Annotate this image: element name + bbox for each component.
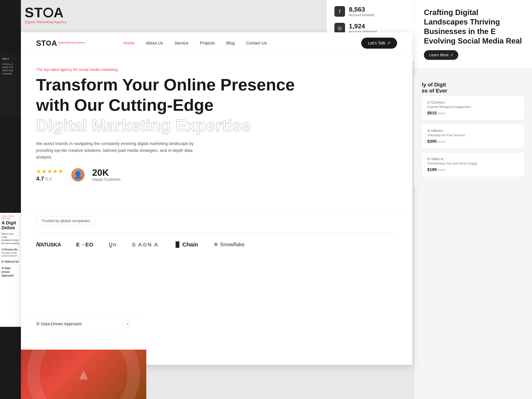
rating-block: ★★★★★ 4.7 /5.0 xyxy=(36,168,64,182)
brand-chain-label: Chain xyxy=(182,241,198,248)
nav-link-contact[interactable]: Contact Us xyxy=(246,41,267,45)
hero-stats-row: ★★★★★ 4.7 /5.0 👤 20K Happy Customer xyxy=(36,168,397,182)
stat-row-facebook: f 8,563 Account boosted xyxy=(334,6,407,17)
service-item-video: 6/ Video m Transforming Your that Drives… xyxy=(422,152,524,177)
stat-label-facebook: Account boosted xyxy=(349,13,374,17)
service-community-price: $515 /mont xyxy=(427,111,519,115)
snowflake-label: Snowflake xyxy=(220,241,245,247)
service-influencer-price: $305 /mont xyxy=(427,139,519,144)
service-influencer-desc: Unlocking the Pow Success. xyxy=(427,133,519,137)
service-item-community: 2/ Commun Expertly Managing Engagement. … xyxy=(422,96,524,120)
nav-link-projects[interactable]: Projects xyxy=(200,41,215,45)
left-heading-line1: A Digit xyxy=(1,220,19,225)
brand-natuska: NATUSKA xyxy=(36,241,61,248)
nav-link-about[interactable]: About Us xyxy=(146,41,163,45)
blog-card-title: Crafting Digital Landscapes Thriving Bus… xyxy=(424,8,522,46)
main-website-mockup: STA Digital Marketing Agency Home About … xyxy=(21,32,412,365)
navbar-logo[interactable]: STA Digital Marketing Agency xyxy=(36,39,85,48)
service-community-number: 2/ Commun xyxy=(427,101,519,104)
trusted-divider xyxy=(36,233,397,233)
service-community-desc: Expertly Managing Engagement. xyxy=(427,105,519,109)
brand-logos-row: NATUSKA E→EO U̥n S A⊙N A ▐▌ Chain ✳ Snow… xyxy=(36,241,397,248)
navbar: STA Digital Marketing Agency Home About … xyxy=(21,32,412,54)
learn-more-button[interactable]: Learn More ↗ xyxy=(424,50,458,60)
instagram-icon: ◎ xyxy=(334,23,345,33)
brand-un: U̥n xyxy=(109,241,117,248)
navbar-logo-subtitle: Digital Marketing Agency xyxy=(58,41,85,44)
hero-headline-1: Transform Your Online Presence xyxy=(36,76,397,94)
top-blog-card: Crafting Digital Landscapes Thriving Bus… xyxy=(414,0,532,67)
logo-o-icon xyxy=(43,8,53,18)
top-logo-area: STA Digital Marketing Agency xyxy=(25,6,78,24)
nav-links-list: Home About Us Service Projects Blog Cont… xyxy=(123,41,361,46)
service-video-desc: Transforming Your that Drives Engag xyxy=(427,162,519,165)
service-influencer-number: 4/ Influenc xyxy=(427,129,519,133)
section-item-label-data-driven: 3/ Data-Driven Approach xyxy=(36,322,82,326)
hero-headline-2: with Our Cutting-Edge xyxy=(36,96,397,114)
service-video-price: $199 /mont xyxy=(427,167,519,172)
nav-link-blog[interactable]: Blog xyxy=(226,41,235,45)
left-side-panel-top: Our v At Stoa, w power of d about emp co… xyxy=(0,53,21,118)
left-item-data: 3/ Data-Driven Approach xyxy=(1,266,19,278)
stat-row-instagram: ◎ 1,924 Account optimized xyxy=(334,22,407,34)
learn-more-arrow-icon: ↗ xyxy=(450,53,453,57)
bottom-image-strip: ▲ xyxy=(21,350,146,399)
stat-number-facebook: 8,563 xyxy=(349,6,374,13)
service-video-number: 6/ Video m xyxy=(427,157,519,161)
learn-more-label: Learn More xyxy=(429,53,449,57)
left-item-tailored: 2/ Tailored So xyxy=(1,260,19,264)
customer-count-block: 20K Happy Customer xyxy=(92,168,121,182)
customer-label: Happy Customer xyxy=(92,177,121,182)
customer-count: 20K xyxy=(92,168,121,177)
left-side-panel-bottom: Our Core Values A Digit Delive Stoa is y… xyxy=(0,213,21,327)
rating-value: 4.7 /5.0 xyxy=(36,175,64,182)
customer-avatar: 👤 xyxy=(71,168,85,181)
brand-chain: ▐▌ Chain xyxy=(174,241,198,248)
left-panel-our-values-heading: Our v xyxy=(2,57,19,61)
facebook-icon: f xyxy=(334,6,345,17)
trusted-section: Trusted by global companies NATUSKA E→EO… xyxy=(21,209,412,258)
trusted-badge: Trusted by global companies xyxy=(36,216,95,226)
section-item-arrow-icon[interactable]: ↗ xyxy=(124,320,131,328)
left-core-values-label: Our Core Values xyxy=(1,215,19,220)
left-item-proven-desc: Our team of sea a track record of xyxy=(1,252,19,257)
nav-cta-label: Let's Talk xyxy=(368,41,385,46)
hero-headline-outline: Digital Marketing Expertise xyxy=(36,116,397,135)
nav-link-service[interactable]: Service xyxy=(174,41,188,45)
section-list-item-data-driven: 3/ Data-Driven Approach ↗ xyxy=(36,316,131,332)
brand-snowflake: ✳ Snowflake xyxy=(213,241,245,248)
left-panel-top-text: At Stoa, w power of d about emp companie xyxy=(2,63,19,76)
left-item-proven: 1/ Proven Ex xyxy=(1,248,19,252)
chain-bar-icon: ▐▌ xyxy=(174,241,181,247)
navbar-logo-o-icon xyxy=(46,41,51,46)
snowflake-icon: ✳ xyxy=(213,241,218,248)
brand-logo-large: STA xyxy=(25,6,78,19)
stat-number-instagram: 1,924 xyxy=(349,22,377,30)
nav-cta-button[interactable]: Let's Talk ↗ xyxy=(361,38,397,49)
right-services-panel: ly of Digit es of Ever 2/ Commun Expertl… xyxy=(414,76,532,186)
service-item-influencer: 4/ Influenc Unlocking the Pow Success. $… xyxy=(422,124,524,149)
page-section-list: 3/ Data-Driven Approach ↗ xyxy=(21,315,146,332)
brand-exeo: E→EO xyxy=(76,241,94,248)
nav-cta-arrow-icon: ↗ xyxy=(387,41,390,46)
right-panel-top-label: ly of Digit es of Ever xyxy=(422,82,524,94)
bottom-image-decoration: ▲ xyxy=(76,366,91,383)
star-icons: ★★★★★ xyxy=(36,168,64,175)
brand-saona: S A⊙N A xyxy=(132,241,158,248)
brand-tagline-large: Digital Marketing Agency xyxy=(25,20,78,24)
left-panel-bottom-desc: Stoa is your truste excellence empo the … xyxy=(1,232,19,245)
left-heading-line2: Delive xyxy=(1,225,19,230)
hero-section: The top-rated agency for social media ma… xyxy=(21,54,412,203)
nav-link-home[interactable]: Home xyxy=(123,41,134,45)
hero-description: We assist brands in navigating the const… xyxy=(36,140,200,160)
hero-tag: The top-rated agency for social media ma… xyxy=(36,67,397,72)
